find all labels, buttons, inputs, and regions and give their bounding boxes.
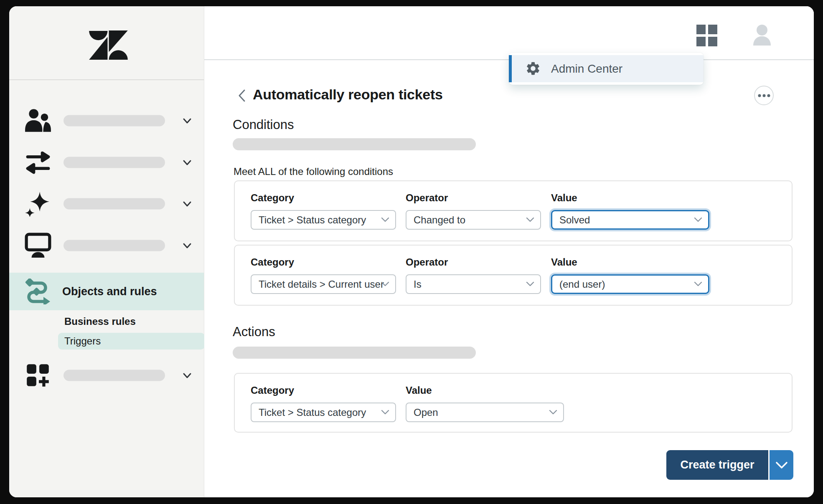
- apps-grid-icon[interactable]: [696, 25, 718, 46]
- chevron-down-icon: [381, 409, 389, 416]
- create-trigger-split-button: Create trigger: [666, 450, 793, 480]
- actions-heading: Actions: [233, 324, 275, 339]
- chevron-down-icon[interactable]: [181, 115, 193, 127]
- monitor-icon: [24, 233, 52, 258]
- sidebar-item-people[interactable]: [9, 107, 204, 134]
- chevron-left-icon[interactable]: [236, 88, 249, 103]
- conditions-heading: Conditions: [233, 117, 294, 132]
- condition-card: Category Ticket > Status category Operat…: [234, 180, 793, 241]
- sidebar: Objects and rules Business rules Trigger…: [9, 6, 204, 497]
- sidebar-subitem-triggers[interactable]: Triggers: [58, 333, 205, 350]
- category-label: Category: [251, 256, 396, 268]
- sparkles-icon: [24, 191, 52, 217]
- chevron-down-icon: [775, 461, 788, 469]
- transfer-arrows-icon: [24, 149, 52, 175]
- value-select[interactable]: Solved: [551, 210, 709, 230]
- sidebar-subitem-label: Triggers: [64, 335, 101, 347]
- skeleton-label: [64, 115, 165, 127]
- category-select[interactable]: Ticket details > Current user: [251, 274, 396, 294]
- create-trigger-button[interactable]: Create trigger: [666, 450, 768, 480]
- operator-label: Operator: [406, 256, 541, 268]
- skeleton-text: [233, 347, 476, 359]
- chevron-down-icon: [694, 281, 702, 288]
- zendesk-logo: [89, 30, 128, 60]
- operator-select[interactable]: Is: [406, 274, 541, 294]
- condition-card: Category Ticket details > Current user O…: [234, 245, 793, 306]
- sidebar-item-label: Objects and rules: [62, 285, 157, 298]
- gear-icon: [525, 61, 541, 76]
- category-select[interactable]: Ticket > Status category: [251, 210, 396, 230]
- admin-center-label: Admin Center: [551, 62, 622, 76]
- chevron-down-icon[interactable]: [181, 198, 193, 210]
- app-window: Objects and rules Business rules Trigger…: [9, 6, 814, 497]
- apps-grid-plus-icon: [24, 362, 52, 388]
- ellipsis-icon[interactable]: [754, 86, 774, 105]
- chevron-down-icon: [526, 281, 534, 288]
- people-icon: [24, 108, 52, 134]
- category-label: Category: [251, 385, 396, 396]
- chevron-down-icon[interactable]: [181, 240, 193, 251]
- sidebar-item-workspaces[interactable]: [9, 232, 204, 259]
- sidebar-item-ai[interactable]: [9, 190, 204, 217]
- admin-center-flyout: Admin Center: [509, 53, 704, 85]
- chevron-down-icon: [694, 216, 702, 224]
- menu-item-admin-center[interactable]: Admin Center: [509, 55, 704, 82]
- skeleton-text: [233, 138, 476, 150]
- top-bar: [204, 6, 814, 60]
- sidebar-divider: [9, 79, 204, 80]
- skeleton-label: [64, 198, 165, 210]
- value-select[interactable]: (end user): [551, 274, 709, 294]
- sidebar-item-objects-and-rules[interactable]: Objects and rules: [9, 273, 204, 310]
- chevron-down-icon: [549, 409, 557, 416]
- sidebar-subitem-business-rules[interactable]: Business rules: [64, 314, 198, 329]
- value-select[interactable]: Open: [406, 403, 564, 422]
- category-select[interactable]: Ticket > Status category: [251, 403, 396, 422]
- workflow-icon: [24, 279, 53, 304]
- chevron-down-icon: [381, 216, 389, 224]
- action-card: Category Ticket > Status category Value …: [234, 373, 793, 433]
- sidebar-item-apps[interactable]: [9, 362, 204, 389]
- skeleton-label: [64, 157, 165, 168]
- value-label: Value: [551, 192, 709, 204]
- chevron-down-icon: [526, 216, 534, 224]
- sidebar-item-channels[interactable]: [9, 149, 204, 176]
- page-title: Automatically reopen tickets: [253, 86, 443, 103]
- meet-all-text: Meet ALL of the following conditions: [234, 166, 393, 177]
- chevron-down-icon: [381, 281, 389, 288]
- category-label: Category: [251, 192, 396, 204]
- user-avatar-icon[interactable]: [752, 25, 772, 46]
- create-trigger-caret-button[interactable]: [770, 450, 793, 480]
- value-label: Value: [406, 385, 564, 396]
- main-content: Admin Center Automatically reopen ticket…: [204, 6, 814, 497]
- operator-select[interactable]: Changed to: [406, 210, 541, 230]
- value-label: Value: [551, 256, 709, 268]
- chevron-down-icon[interactable]: [181, 157, 193, 168]
- skeleton-label: [64, 370, 165, 381]
- skeleton-label: [64, 240, 165, 251]
- chevron-down-icon[interactable]: [181, 370, 193, 381]
- operator-label: Operator: [406, 192, 541, 204]
